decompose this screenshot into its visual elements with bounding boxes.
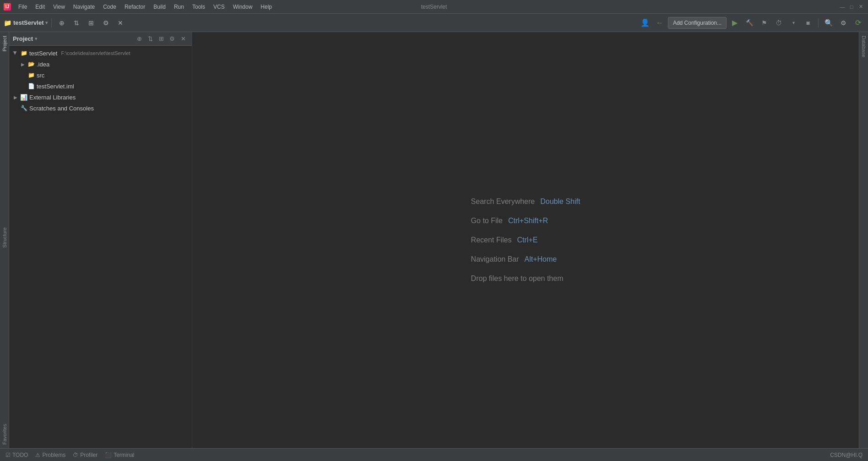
menu-navigate[interactable]: Navigate bbox=[70, 2, 98, 11]
collapse-all-button[interactable]: ⇅ bbox=[70, 16, 83, 29]
profiler-status-item[interactable]: ⏱ Profiler bbox=[71, 451, 99, 459]
scratches-icon: 🔧 bbox=[20, 104, 27, 112]
editor-area: Search Everywhere Double Shift Go to Fil… bbox=[192, 32, 859, 448]
toolbar-dropdown-arrow[interactable]: ▾ bbox=[45, 20, 48, 25]
app-icon: IJ bbox=[4, 3, 11, 11]
sidebar-locate-btn[interactable]: ⊕ bbox=[134, 34, 144, 44]
project-tree[interactable]: ▶ 📁 testServlet F:\code\idea\servlet\tes… bbox=[9, 46, 192, 448]
title-bar: IJ File Edit View Navigate Code Refactor… bbox=[0, 0, 868, 14]
coverage-button[interactable]: ⚑ bbox=[758, 16, 770, 29]
welcome-content: Search Everywhere Double Shift Go to Fil… bbox=[471, 198, 580, 283]
tree-item-idea[interactable]: ▶ 📂 .idea bbox=[9, 59, 192, 70]
menu-vcs[interactable]: VCS bbox=[210, 2, 228, 11]
terminal-status-item[interactable]: ⬛ Terminal bbox=[103, 451, 136, 459]
tree-label-iml: testServlet.iml bbox=[37, 83, 74, 90]
profile-icon[interactable]: 👤 bbox=[639, 16, 651, 29]
tree-arrow-root: ▶ bbox=[13, 50, 18, 56]
run-button[interactable]: ▶ bbox=[728, 16, 741, 29]
drop-files-row: Drop files here to open them bbox=[471, 274, 564, 283]
main-toolbar: 📁 testServlet ▾ ⊕ ⇅ ⊞ ⚙ ✕ 👤 ← Add Config… bbox=[0, 14, 868, 32]
sidebar-expand-btn[interactable]: ⊞ bbox=[156, 34, 166, 44]
tree-item-iml[interactable]: ▶ 📄 testServlet.iml bbox=[9, 81, 192, 92]
profile-run-button[interactable]: ⏱ bbox=[772, 16, 785, 29]
arrow-back-icon[interactable]: ← bbox=[653, 16, 666, 29]
sidebar-tab-structure[interactable]: Structure bbox=[1, 224, 8, 252]
menu-view[interactable]: View bbox=[49, 2, 69, 11]
todo-status-item[interactable]: ☑ TODO bbox=[4, 451, 30, 459]
problems-status-item[interactable]: ⚠ Problems bbox=[33, 451, 67, 459]
sidebar-toolbar: ⊕ ⇅ ⊞ ⚙ ✕ bbox=[134, 34, 188, 44]
sidebar-title-label: Project bbox=[13, 35, 33, 42]
search-everywhere-icon[interactable]: 🔍 bbox=[822, 16, 835, 29]
tree-item-src[interactable]: ▶ 📁 src bbox=[9, 70, 192, 81]
app-icon-text: IJ bbox=[5, 4, 9, 9]
menu-help[interactable]: Help bbox=[257, 2, 276, 11]
locate-in-tree-button[interactable]: ⊕ bbox=[55, 16, 68, 29]
toolbar-project-label: 📁 testServlet ▾ bbox=[4, 19, 48, 27]
window-title: testServlet bbox=[421, 4, 447, 10]
menu-window[interactable]: Window bbox=[229, 2, 256, 11]
terminal-icon: ⬛ bbox=[105, 452, 112, 458]
title-bar-left: IJ File Edit View Navigate Code Refactor… bbox=[4, 2, 276, 11]
sidebar-tab-favorites[interactable]: Favorites bbox=[1, 420, 8, 448]
menu-tools[interactable]: Tools bbox=[189, 2, 209, 11]
tree-label-src: src bbox=[37, 72, 44, 79]
problems-label: Problems bbox=[42, 452, 65, 458]
navigation-bar-shortcut: Alt+Home bbox=[525, 255, 557, 263]
menu-build[interactable]: Build bbox=[150, 2, 169, 11]
expand-all-button[interactable]: ⊞ bbox=[85, 16, 98, 29]
menu-file[interactable]: File bbox=[15, 2, 31, 11]
goto-file-row: Go to File Ctrl+Shift+R bbox=[471, 217, 548, 225]
menu-code[interactable]: Code bbox=[99, 2, 120, 11]
update-icon[interactable]: ⟳ bbox=[852, 16, 864, 29]
sidebar-tab-database[interactable]: Database bbox=[860, 32, 868, 61]
close-button[interactable]: ✕ bbox=[857, 3, 864, 11]
run-config-label: Add Configuration... bbox=[673, 20, 722, 26]
toolbar-sep-1 bbox=[51, 18, 52, 27]
close-panel-button[interactable]: ✕ bbox=[114, 16, 127, 29]
status-right-text: CSDN@HI.Q bbox=[828, 451, 864, 459]
tree-arrow-ext-libs: ▶ bbox=[13, 94, 18, 100]
build-button[interactable]: 🔨 bbox=[743, 16, 756, 29]
tree-item-root[interactable]: ▶ 📁 testServlet F:\code\idea\servlet\tes… bbox=[9, 48, 192, 59]
toolbar-project-name: testServlet bbox=[13, 19, 43, 26]
menu-edit[interactable]: Edit bbox=[32, 2, 49, 11]
root-folder-icon: 📁 bbox=[20, 49, 27, 57]
tree-label-scratches: Scratches and Consoles bbox=[29, 105, 94, 112]
sidebar-tab-project[interactable]: Project bbox=[1, 32, 8, 55]
left-side-tabs: Project Structure Favorites bbox=[0, 32, 9, 448]
tree-label-root: testServlet bbox=[29, 50, 57, 57]
sidebar-close-btn[interactable]: ✕ bbox=[178, 34, 188, 44]
maximize-button[interactable]: □ bbox=[848, 3, 855, 11]
libraries-icon: 📊 bbox=[20, 93, 27, 101]
toolbar-sep-2 bbox=[818, 18, 819, 27]
sidebar-dropdown-arrow[interactable]: ▾ bbox=[35, 36, 37, 41]
tree-settings-button[interactable]: ⚙ bbox=[99, 16, 112, 29]
stop-button[interactable]: ■ bbox=[802, 16, 814, 29]
sidebar-collapse-btn[interactable]: ⇅ bbox=[145, 34, 155, 44]
menu-run[interactable]: Run bbox=[170, 2, 188, 11]
status-bar-right: CSDN@HI.Q bbox=[828, 451, 864, 459]
tree-item-scratches[interactable]: ▶ 🔧 Scratches and Consoles bbox=[9, 103, 192, 114]
tree-label-ext-libs: External Libraries bbox=[29, 94, 76, 101]
tree-item-external-libs[interactable]: ▶ 📊 External Libraries bbox=[9, 92, 192, 103]
navigation-bar-row: Navigation Bar Alt+Home bbox=[471, 255, 557, 263]
sidebar-settings-btn[interactable]: ⚙ bbox=[167, 34, 177, 44]
title-bar-controls: — □ ✕ bbox=[839, 3, 864, 11]
run-configuration-button[interactable]: Add Configuration... bbox=[668, 17, 727, 29]
project-folder-icon: 📁 bbox=[4, 19, 11, 27]
run-dropdown-button[interactable]: ▾ bbox=[787, 16, 800, 29]
src-folder-icon: 📁 bbox=[27, 71, 35, 79]
tree-arrow-idea: ▶ bbox=[20, 61, 26, 67]
ide-settings-icon[interactable]: ⚙ bbox=[837, 16, 850, 29]
search-everywhere-label: Search Everywhere bbox=[471, 198, 535, 206]
menu-refactor[interactable]: Refactor bbox=[121, 2, 149, 11]
recent-files-row: Recent Files Ctrl+E bbox=[471, 236, 538, 244]
minimize-button[interactable]: — bbox=[839, 3, 846, 11]
terminal-label: Terminal bbox=[114, 452, 134, 458]
status-bar: ☑ TODO ⚠ Problems ⏱ Profiler ⬛ Terminal … bbox=[0, 448, 868, 461]
profiler-label: Profiler bbox=[80, 452, 98, 458]
tree-label-idea: .idea bbox=[37, 61, 49, 68]
recent-files-label: Recent Files bbox=[471, 236, 512, 244]
sidebar-panel-title: Project ▾ bbox=[13, 35, 37, 42]
